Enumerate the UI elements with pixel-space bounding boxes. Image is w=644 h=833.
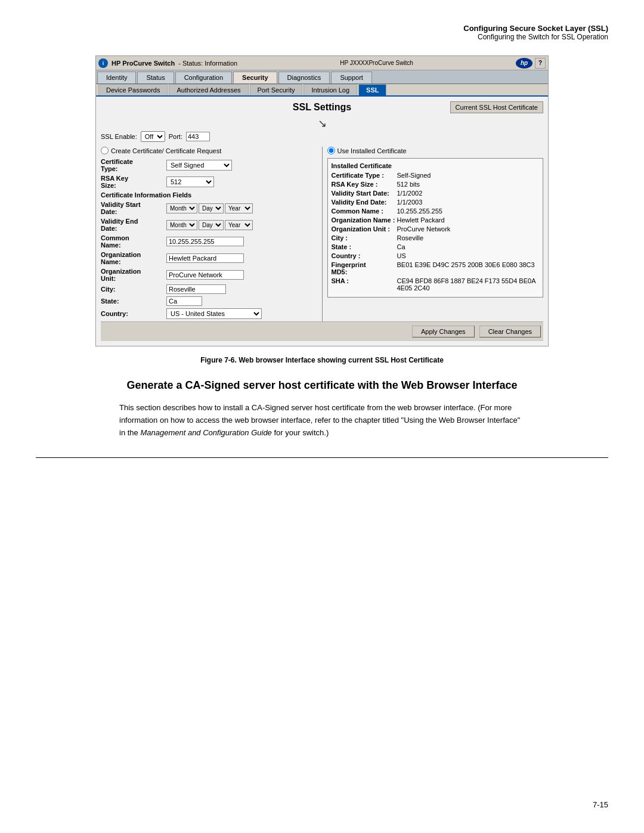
two-column-layout: Create Certificate/ Certificate Request …: [101, 147, 543, 321]
installed-country-field: Country : US: [332, 252, 540, 259]
clear-changes-button[interactable]: Clear Changes: [479, 326, 541, 337]
figure-caption: Figure 7-6. Web browser Interface showin…: [36, 356, 608, 364]
org-unit-field: OrganizationUnit:: [101, 268, 317, 282]
tab-status[interactable]: Status: [137, 72, 174, 83]
right-column: Use Installed Certificate Installed Cert…: [323, 147, 544, 321]
italic-text: Management and Configuration Guide: [140, 428, 271, 437]
installed-rsa-field: RSA Key Size : 512 bits: [332, 181, 540, 188]
validity-end-day-select[interactable]: Day12: [199, 220, 224, 230]
title-bar: i HP ProCurve Switch - Status: Informati…: [96, 56, 548, 70]
installed-org-unit-field: Organization Unit : ProCurve Network: [332, 225, 540, 233]
create-cert-radio-option: Create Certificate/ Certificate Request: [101, 147, 317, 154]
current-ssl-cert-button[interactable]: Current SSL Host Certificate: [450, 101, 543, 113]
installed-state-label: State :: [332, 243, 397, 250]
tab-security[interactable]: Security: [233, 72, 277, 83]
common-name-input[interactable]: [166, 237, 244, 246]
subtab-port-security[interactable]: Port Security: [250, 84, 303, 95]
installed-validity-start-value: 1/1/2002: [397, 190, 423, 197]
installed-cert-type-value: Self-Signed: [397, 172, 431, 179]
header-title-normal: Configuring the Switch for SSL Operation: [36, 33, 608, 41]
state-input[interactable]: [166, 296, 202, 306]
installed-org-unit-label: Organization Unit :: [332, 225, 397, 233]
state-field: State:: [101, 296, 317, 306]
rsa-key-select[interactable]: 512 1024 2048: [166, 176, 214, 187]
subtab-device-passwords[interactable]: Device Passwords: [98, 84, 168, 95]
installed-rsa-value: 512 bits: [397, 181, 420, 188]
subtab-ssl[interactable]: SSL: [358, 84, 386, 95]
installed-cert-type-label: Certificate Type :: [332, 172, 397, 179]
installed-org-name-label: Organization Name :: [332, 216, 397, 224]
ssl-enable-label: SSL Enable:: [101, 133, 137, 140]
validity-start-day-select[interactable]: Day12: [199, 203, 224, 213]
validity-end-date-row: MonthJanFeb Day12 Year20022003: [166, 220, 253, 230]
help-button[interactable]: ?: [535, 58, 546, 69]
installed-common-name-field: Common Name : 10.255.255.255: [332, 208, 540, 215]
cert-type-field: CertificateType: Self Signed CA Signed: [101, 158, 317, 172]
installed-fingerprint-field: FingerprintMD5: BE01 E39E D49C 2575 200B…: [332, 261, 540, 275]
use-installed-radio[interactable]: [327, 147, 335, 154]
installed-validity-start-field: Validity Start Date: 1/1/2002: [332, 190, 540, 197]
validity-end-year-select[interactable]: Year20022003: [225, 220, 253, 230]
create-cert-radio[interactable]: [101, 147, 109, 154]
validity-start-year-select[interactable]: Year20022003: [225, 203, 253, 213]
installed-common-name-label: Common Name :: [332, 208, 397, 215]
nav-tabs: Identity Status Configuration Security D…: [96, 70, 548, 84]
validity-end-month-select[interactable]: MonthJanFeb: [166, 220, 197, 230]
ssl-enable-select[interactable]: Off On: [141, 131, 165, 142]
page-header: Configuring Secure Socket Layer (SSL) Co…: [36, 24, 608, 41]
port-input[interactable]: [186, 132, 210, 141]
country-select[interactable]: US - United States CA - Canada GB - Unit…: [166, 308, 262, 319]
use-installed-label: Use Installed Certificate: [338, 147, 407, 154]
rsa-key-label: RSA KeySize:: [101, 175, 166, 189]
body-paragraph: This section describes how to install a …: [119, 402, 525, 439]
validity-start-field: Validity StartDate: MonthJanFeb Day12 Ye…: [101, 201, 317, 215]
installed-country-label: Country :: [332, 252, 397, 259]
ssl-settings-title: SSL Settings: [248, 102, 395, 113]
title-bar-right: hp ?: [516, 58, 546, 69]
state-label: State:: [101, 298, 166, 305]
page-divider: [36, 457, 608, 458]
installed-state-field: State : Ca: [332, 243, 540, 250]
subtab-intrusion-log[interactable]: Intrusion Log: [304, 84, 357, 95]
city-input[interactable]: [166, 284, 226, 294]
sub-tabs: Device Passwords Authorized Addresses Po…: [96, 84, 548, 97]
rsa-key-field: RSA KeySize: 512 1024 2048: [101, 175, 317, 189]
installed-city-label: City :: [332, 234, 397, 241]
org-unit-input[interactable]: [166, 270, 244, 280]
installed-sha-field: SHA : CE94 BFD8 86F8 1887 BE24 F173 55D4…: [332, 277, 540, 292]
cert-type-select[interactable]: Self Signed CA Signed: [166, 160, 232, 171]
cert-type-label: CertificateType:: [101, 158, 166, 172]
installed-state-value: Ca: [397, 243, 405, 250]
apply-changes-button[interactable]: Apply Changes: [412, 326, 475, 337]
tab-configuration[interactable]: Configuration: [175, 72, 232, 83]
validity-end-field: Validity EndDate: MonthJanFeb Day12 Year…: [101, 218, 317, 232]
org-name-label: OrganizationName:: [101, 251, 166, 265]
port-label: Port:: [169, 133, 182, 140]
info-icon: i: [98, 58, 108, 68]
tab-support[interactable]: Support: [331, 72, 372, 83]
installed-validity-start-label: Validity Start Date:: [332, 190, 397, 197]
title-bar-left: i HP ProCurve Switch - Status: Informati…: [98, 58, 237, 68]
browser-window: i HP ProCurve Switch - Status: Informati…: [95, 55, 549, 346]
installed-cert-title: Installed Certificate: [332, 162, 540, 169]
section-title: Generate a CA-Signed server host certifi…: [36, 379, 608, 392]
installed-fingerprint-label: FingerprintMD5:: [332, 261, 397, 275]
org-name-input[interactable]: [166, 253, 244, 263]
tab-diagnostics[interactable]: Diagnostics: [278, 72, 330, 83]
body-text: This section describes how to install a …: [119, 402, 525, 439]
page-number: 7-15: [593, 800, 608, 809]
org-name-field: OrganizationName:: [101, 251, 317, 265]
installed-validity-end-label: Validity End Date:: [332, 199, 397, 206]
validity-start-month-select[interactable]: MonthJanFeb: [166, 203, 197, 213]
ssl-header-row: SSL Settings Current SSL Host Certificat…: [101, 101, 543, 113]
create-cert-label: Create Certificate/ Certificate Request: [111, 147, 221, 154]
subtab-authorized-addresses[interactable]: Authorized Addresses: [169, 84, 248, 95]
validity-start-label: Validity StartDate:: [101, 201, 166, 215]
tab-identity[interactable]: Identity: [97, 72, 136, 83]
city-label: City:: [101, 286, 166, 293]
installed-city-value: Roseville: [397, 234, 424, 241]
common-name-field: CommonName:: [101, 234, 317, 249]
installed-fingerprint-value: BE01 E39E D49C 2575 200B 30E6 E080 38C3: [397, 261, 535, 275]
country-label: Country:: [101, 310, 166, 317]
ssl-enable-row: SSL Enable: Off On Port:: [101, 131, 543, 142]
